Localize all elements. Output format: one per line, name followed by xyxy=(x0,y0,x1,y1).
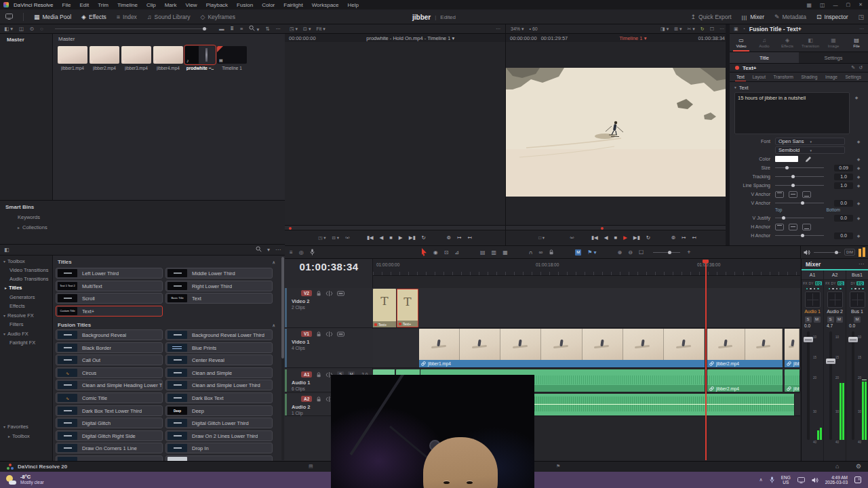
replace-clip-button[interactable]: ▦ xyxy=(502,249,508,256)
menu-clip[interactable]: Clip xyxy=(146,2,156,8)
mixer-solo-button[interactable]: S xyxy=(805,317,812,323)
fx-tree-resolve-fx[interactable]: ▾Resolve FX xyxy=(0,312,53,319)
source-clip-title[interactable]: prodwhite - Hold On.mp4 - Timeline 1 ▾ xyxy=(320,35,501,41)
full-extent-zoom-icon[interactable]: ☐ xyxy=(639,249,644,256)
menu-fairlight[interactable]: Fairlight xyxy=(283,2,302,8)
fx-tree-video-transitions[interactable]: Video Transitions xyxy=(0,267,53,273)
text-section-header[interactable]: ▾Text xyxy=(730,83,868,92)
timeline-clip-video[interactable]: jibber... xyxy=(785,329,800,367)
inspector-tab-file[interactable]: ▤File xyxy=(845,34,868,52)
viewer-mode-icon[interactable]: ◳ ▾ xyxy=(318,235,326,241)
keyframe-icon[interactable]: ◆ xyxy=(853,157,864,161)
loop-button[interactable]: ↻ xyxy=(422,235,426,241)
match-frame-button[interactable]: ⊚ xyxy=(447,235,451,241)
linked-selection-toggle[interactable]: ∞ xyxy=(538,249,542,256)
viewer-mode-icon[interactable]: □ ▾ xyxy=(538,235,545,241)
flag-menu-icon[interactable]: ◎ xyxy=(299,249,304,256)
mixer-dy-button[interactable]: DY xyxy=(850,281,855,285)
fusion-title-background-reveal[interactable]: Background Reveal xyxy=(56,329,163,340)
safe-area-icon[interactable]: ☐ xyxy=(710,26,714,32)
timeline-zoom-in-icon[interactable]: ⊕ xyxy=(618,249,623,256)
expand-icon[interactable]: ◳ xyxy=(858,14,864,20)
fusion-title-draw-on-corners-1-line[interactable]: Draw On Corners 1 Line xyxy=(56,443,163,453)
track-lock-icon[interactable] xyxy=(316,291,321,296)
fusion-title-clean-and-simple-heading-lower-third[interactable]: Clean and Simple Heading Lower Third xyxy=(56,380,163,390)
font-family-select[interactable]: Open Sans▾ xyxy=(775,138,845,145)
language-indicator[interactable]: ENGUS xyxy=(781,475,791,485)
match-frame-button[interactable]: ⊚ xyxy=(671,235,675,241)
step-back-button[interactable]: ◀ xyxy=(380,235,384,241)
title-item-scroll[interactable]: Scroll xyxy=(56,293,163,304)
fusion-title-dark-box-text-lower-third[interactable]: Dark Box Text Lower Third xyxy=(56,405,163,416)
step-back-button[interactable]: ◀ xyxy=(604,235,608,241)
reset-icon[interactable]: ↺ xyxy=(859,65,863,70)
timeline-zoom-slider[interactable] xyxy=(653,252,680,253)
fusion-title-deep[interactable]: DeepDeep xyxy=(165,405,273,416)
fusion-title-draw-on-2-lines-lower-third[interactable]: Draw On 2 Lines Lower Third xyxy=(165,430,273,441)
mixer-channel-tab-A2[interactable]: A2 xyxy=(824,270,846,280)
mixer-eq-button[interactable]: EQ xyxy=(815,281,822,285)
fusion-title-black-border[interactable]: Black Border xyxy=(56,342,163,353)
param-tracking-keyframe[interactable]: ◆ xyxy=(853,174,864,179)
menu-edit[interactable]: Edit xyxy=(79,2,89,8)
blade-edit-mode-button[interactable]: ⊿ xyxy=(454,249,459,256)
collapse-icon[interactable]: ∧ xyxy=(273,260,275,264)
keyframe-icon[interactable]: ◆ xyxy=(853,139,864,144)
playhead-marker[interactable] xyxy=(703,260,709,263)
timeline-clip-audio[interactable]: jibber2.mp4 xyxy=(707,369,783,392)
mixer-fader-handle[interactable] xyxy=(826,359,835,364)
zoom-level-select[interactable]: 34% ▾ xyxy=(511,26,524,32)
stop-button[interactable]: ■ xyxy=(389,235,393,241)
jog-control[interactable]: ‹•› xyxy=(345,235,350,240)
grid-layout-icon[interactable]: ▦ xyxy=(806,2,812,8)
fusion-title-call-out[interactable]: Call Out xyxy=(56,354,163,365)
fusion-title-comic-title[interactable]: ∿Comic Title xyxy=(56,392,163,403)
quick-export-button[interactable]: ↥Quick Export xyxy=(691,14,732,20)
playhead[interactable] xyxy=(705,260,707,460)
thumbnail-size-slider[interactable] xyxy=(55,28,208,29)
mixer-channel-tab-Bus1[interactable]: Bus1 xyxy=(846,270,868,280)
mixer-fx-button[interactable]: FX xyxy=(825,281,829,285)
next-edit-button[interactable]: ↦ xyxy=(682,235,686,241)
textplus-tab-text[interactable]: Text xyxy=(736,75,745,79)
media-clip-jibber1-mp4[interactable]: ♪jibber1.mp4 xyxy=(58,46,87,70)
inspector-tab-effects[interactable]: ◈Effects xyxy=(776,34,799,52)
inspector-toggle[interactable]: ⊡Inspector xyxy=(816,14,848,20)
mixer-dy-button[interactable]: DY xyxy=(831,281,836,285)
menu-workspace[interactable]: Workspace xyxy=(312,2,339,8)
fusion-title-center-reveal[interactable]: Center Reveal xyxy=(165,354,273,365)
power-bins-icon[interactable]: ◫ xyxy=(19,26,24,32)
menu-view[interactable]: View xyxy=(185,2,197,8)
more-options-icon[interactable]: ⋯ xyxy=(859,26,864,32)
usage-icon[interactable]: ⊙ xyxy=(30,26,34,32)
mixer-mute-button[interactable]: M xyxy=(814,317,821,323)
menu-mark[interactable]: Mark xyxy=(165,2,177,8)
overwrite-clip-button[interactable]: ▥ xyxy=(492,249,497,256)
next-edit-button[interactable]: ↦ xyxy=(457,235,461,241)
textplus-tab-image[interactable]: Image xyxy=(825,75,837,79)
font-style-select[interactable]: Semibold▾ xyxy=(775,146,845,154)
media-clip-jibber4-mp4[interactable]: ♪jibber4.mp4 xyxy=(153,46,183,70)
dim-button[interactable]: DIM xyxy=(844,249,855,256)
taskbar-clock[interactable]: 4:49 AM2026-03-03 xyxy=(825,475,848,485)
taskbar-weather-widget[interactable]: -8°C Mostly clear xyxy=(0,474,44,485)
go-to-first-frame-button[interactable]: ▮◀ xyxy=(591,235,598,241)
gang-icon[interactable]: ⊡ ▾ xyxy=(332,235,340,241)
microphone-icon[interactable] xyxy=(770,474,774,486)
edit-icon[interactable]: ✎ xyxy=(851,65,855,70)
fusion-title-clean-and-simple[interactable]: Clean and Simple xyxy=(165,367,273,378)
menu-trim[interactable]: Trim xyxy=(98,2,108,8)
bin-view-toggle[interactable]: ◧ ▾ xyxy=(4,26,13,32)
notifications-icon[interactable] xyxy=(854,474,861,486)
position-lock-toggle[interactable] xyxy=(549,249,554,255)
fusion-title-drop-in[interactable]: Drop In xyxy=(165,443,273,453)
param-v-justify-keyframe[interactable]: ◆ xyxy=(853,216,864,220)
anchor-option[interactable] xyxy=(789,224,797,230)
title-item-middle-lower-third[interactable]: Middle Lower Third xyxy=(165,268,273,279)
mixer-pan-pad[interactable] xyxy=(805,291,821,308)
refresh-icon[interactable]: ↻ xyxy=(701,26,705,32)
timeline-name[interactable]: Timeline 1 ▾ xyxy=(572,35,694,41)
param-v-justify-slider[interactable] xyxy=(775,218,824,218)
track-enable-icon[interactable] xyxy=(337,291,344,296)
menu-davinci-resolve[interactable]: DaVinci Resolve xyxy=(14,2,54,8)
